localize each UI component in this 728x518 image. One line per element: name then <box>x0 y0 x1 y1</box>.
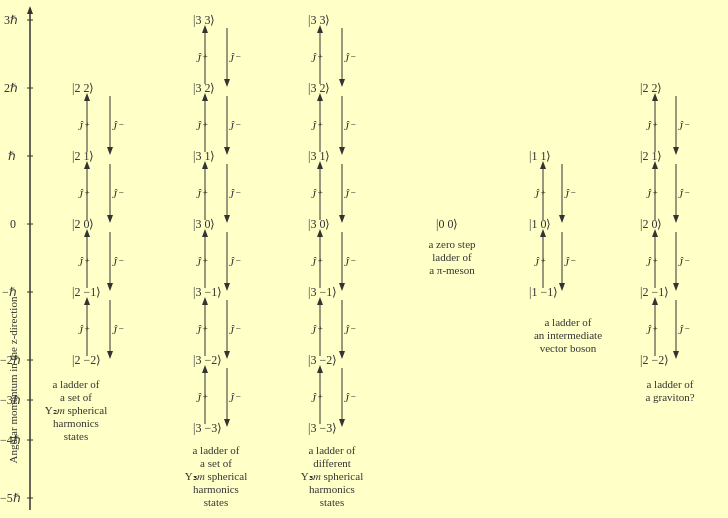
svg-marker-97 <box>317 93 323 101</box>
svg-text:states: states <box>320 496 344 508</box>
svg-marker-137 <box>540 229 546 237</box>
svg-text:Ĵ⁻: Ĵ⁻ <box>344 392 356 404</box>
svg-text:Angular momentum in the z-dire: Angular momentum in the z-direction <box>7 296 19 463</box>
svg-marker-75 <box>224 351 230 359</box>
svg-text:Ĵ⁻: Ĵ⁻ <box>229 120 241 132</box>
svg-marker-124 <box>339 419 345 427</box>
svg-text:2ℏ: 2ℏ <box>4 81 18 95</box>
svg-text:Ĵ⁻: Ĵ⁻ <box>344 120 356 132</box>
svg-text:a zero step: a zero step <box>428 238 476 250</box>
svg-text:a set of: a set of <box>60 391 92 403</box>
svg-text:|2 −2⟩: |2 −2⟩ <box>72 353 101 367</box>
svg-marker-54 <box>202 93 208 101</box>
svg-text:Ĵ⁺: Ĵ⁺ <box>646 256 658 268</box>
svg-text:|3 −1⟩: |3 −1⟩ <box>193 285 222 299</box>
svg-marker-103 <box>317 161 323 169</box>
svg-marker-151 <box>673 147 679 155</box>
svg-text:Ĵ⁺: Ĵ⁺ <box>311 52 323 64</box>
svg-text:Ĵ⁺: Ĵ⁺ <box>196 120 208 132</box>
svg-text:Ĵ⁺: Ĵ⁺ <box>311 188 323 200</box>
svg-marker-112 <box>339 283 345 291</box>
svg-text:harmonics: harmonics <box>53 417 99 429</box>
svg-text:Ĵ⁺: Ĵ⁺ <box>311 392 323 404</box>
svg-marker-157 <box>673 215 679 223</box>
svg-text:Ĵ⁺: Ĵ⁺ <box>78 188 90 200</box>
svg-text:a ladder of: a ladder of <box>646 378 693 390</box>
svg-marker-109 <box>317 229 323 237</box>
svg-text:Ĵ⁻: Ĵ⁻ <box>344 324 356 336</box>
svg-text:|3 −2⟩: |3 −2⟩ <box>308 353 337 367</box>
svg-marker-91 <box>317 25 323 33</box>
svg-text:Ĵ⁻: Ĵ⁻ <box>229 256 241 268</box>
svg-text:|2 −2⟩: |2 −2⟩ <box>640 353 669 367</box>
svg-text:Ĵ⁻: Ĵ⁻ <box>112 256 124 268</box>
svg-marker-121 <box>317 365 323 373</box>
svg-text:Ĵ⁺: Ĵ⁺ <box>78 120 90 132</box>
svg-text:states: states <box>64 430 88 442</box>
svg-marker-66 <box>202 229 208 237</box>
svg-text:|3 −2⟩: |3 −2⟩ <box>193 353 222 367</box>
svg-text:Ĵ⁺: Ĵ⁺ <box>534 188 546 200</box>
svg-text:Ĵ⁺: Ĵ⁺ <box>311 256 323 268</box>
svg-marker-118 <box>339 351 345 359</box>
svg-marker-20 <box>107 147 113 155</box>
svg-text:a ladder of: a ladder of <box>544 316 591 328</box>
svg-text:|3  2⟩: |3 2⟩ <box>308 81 330 95</box>
svg-marker-154 <box>652 161 658 169</box>
svg-text:|3  1⟩: |3 1⟩ <box>308 149 330 163</box>
svg-text:|1 −1⟩: |1 −1⟩ <box>529 285 558 299</box>
svg-text:|3 −3⟩: |3 −3⟩ <box>193 421 222 435</box>
svg-text:Ĵ⁻: Ĵ⁻ <box>344 256 356 268</box>
svg-text:−ℏ: −ℏ <box>2 285 17 299</box>
svg-text:|1  1⟩: |1 1⟩ <box>529 149 551 163</box>
svg-text:|3 −1⟩: |3 −1⟩ <box>308 285 337 299</box>
svg-text:ladder of: ladder of <box>432 251 472 263</box>
svg-marker-100 <box>339 147 345 155</box>
svg-text:a ladder of: a ladder of <box>308 444 355 456</box>
svg-text:Ĵ⁻: Ĵ⁻ <box>112 120 124 132</box>
svg-text:|2 −1⟩: |2 −1⟩ <box>640 285 669 299</box>
svg-text:Y₂𝑚 spherical: Y₂𝑚 spherical <box>45 404 107 416</box>
svg-text:Ĵ⁻: Ĵ⁻ <box>229 324 241 336</box>
svg-marker-72 <box>202 297 208 305</box>
svg-text:Ĵ⁺: Ĵ⁺ <box>311 120 323 132</box>
svg-text:a ladder of: a ladder of <box>192 444 239 456</box>
svg-text:a set of: a set of <box>200 457 232 469</box>
svg-marker-134 <box>559 215 565 223</box>
svg-text:|3  0⟩: |3 0⟩ <box>308 217 330 231</box>
svg-marker-1 <box>27 6 33 14</box>
svg-text:Ĵ⁺: Ĵ⁺ <box>646 120 658 132</box>
svg-text:Ĵ⁻: Ĵ⁻ <box>678 324 690 336</box>
svg-marker-106 <box>339 215 345 223</box>
svg-text:|2  1⟩: |2 1⟩ <box>640 149 662 163</box>
svg-text:|2  0⟩: |2 0⟩ <box>640 217 662 231</box>
svg-text:0: 0 <box>10 217 16 231</box>
svg-text:Ĵ⁺: Ĵ⁺ <box>196 188 208 200</box>
svg-text:|3 −3⟩: |3 −3⟩ <box>308 421 337 435</box>
svg-text:|2  2⟩: |2 2⟩ <box>640 81 662 95</box>
svg-text:Ĵ⁺: Ĵ⁺ <box>534 256 546 268</box>
svg-text:Ĵ⁻: Ĵ⁻ <box>112 324 124 336</box>
svg-marker-29 <box>84 229 90 237</box>
svg-text:|2  1⟩: |2 1⟩ <box>72 149 94 163</box>
svg-text:Ĵ⁻: Ĵ⁻ <box>678 256 690 268</box>
svg-text:|2  0⟩: |2 0⟩ <box>72 217 94 231</box>
svg-marker-94 <box>339 79 345 87</box>
svg-marker-23 <box>84 161 90 169</box>
svg-text:Ĵ⁻: Ĵ⁻ <box>344 188 356 200</box>
svg-marker-166 <box>652 297 658 305</box>
svg-text:Ĵ⁻: Ĵ⁻ <box>678 120 690 132</box>
svg-text:harmonics: harmonics <box>309 483 355 495</box>
svg-text:Ĵ⁺: Ĵ⁺ <box>196 324 208 336</box>
svg-text:Ĵ⁺: Ĵ⁺ <box>78 324 90 336</box>
svg-text:|2 −1⟩: |2 −1⟩ <box>72 285 101 299</box>
svg-text:ℏ: ℏ <box>8 149 16 163</box>
svg-text:harmonics: harmonics <box>193 483 239 495</box>
svg-text:−2ℏ: −2ℏ <box>0 353 21 367</box>
diagram-page: |2 2⟩ |2 1⟩ |2 0⟩ |2 −1⟩ |2 −2⟩ Ĵ⁺ Ĵ⁻ … <box>0 0 728 518</box>
svg-marker-60 <box>202 161 208 169</box>
svg-marker-48 <box>202 25 208 33</box>
svg-text:3ℏ: 3ℏ <box>4 13 18 27</box>
svg-text:Ĵ⁻: Ĵ⁻ <box>344 52 356 64</box>
svg-marker-131 <box>540 161 546 169</box>
